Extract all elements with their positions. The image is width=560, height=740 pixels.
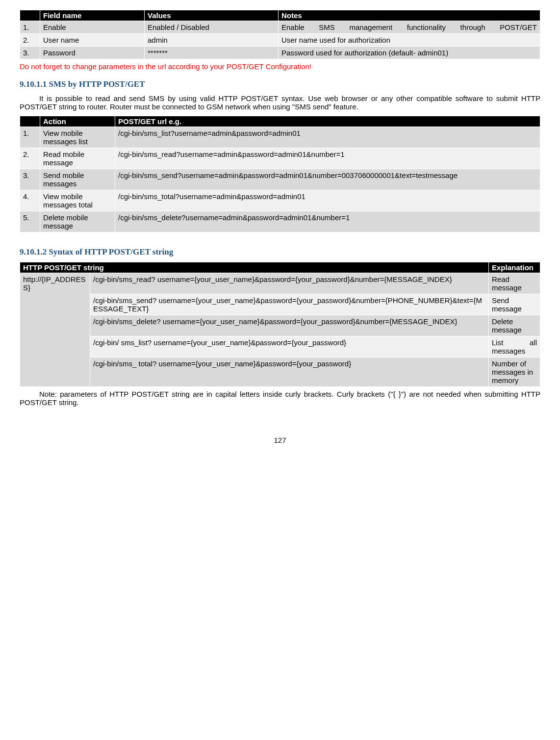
page-number: 127 [20,436,540,444]
warning-text: Do not forget to change parameters in th… [20,62,540,71]
section-heading: 9.10.1.2 Syntax of HTTP POST/GET string [20,247,540,257]
table-row: /cgi-bin/sms_ total? username={your_user… [20,357,540,387]
section-number: 9.10.1.2 [20,247,47,256]
table-row: /cgi-bin/sms_delete? username={your_user… [20,315,540,336]
row-num: 2. [20,148,40,169]
row-num: 5. [20,211,40,232]
field-name: User name [40,34,145,47]
row-num: 2. [20,34,40,47]
row-num: 3. [20,169,40,190]
syntax-table: HTTP POST/GET string Explanation http://… [20,262,540,387]
row-num: 3. [20,47,40,59]
table-row: 1. Enable Enabled / Disabled Enable SMS … [20,21,540,34]
row-num: 4. [20,190,40,211]
row-num: 1. [20,21,40,34]
section-number: 9.10.1.1 [20,79,47,89]
table-row: 3. Send mobile messages /cgi-bin/sms_sen… [20,169,540,190]
col-header-field: Field name [40,10,145,21]
string-cell: /cgi-bin/sms_read? username={your_user_n… [90,273,489,294]
field-notes: User name used for authorization [279,34,540,47]
section-title: SMS by HTTP POST/GET [49,79,145,89]
section-paragraph: It is possible to read and send SMS by u… [20,94,540,111]
string-cell: /cgi-bin/sms_send? username={your_user_n… [90,294,489,315]
field-values: ******* [145,47,279,59]
action-cell: Read mobile message [40,148,115,169]
row-num: 1. [20,127,40,148]
action-cell: Delete mobile message [40,211,115,232]
action-cell: View mobile messages total [40,190,115,211]
table-row: 5. Delete mobile message /cgi-bin/sms_de… [20,211,540,232]
host-cell: http://{IP_ADDRESS} [20,273,90,387]
table-row: 2. User name admin User name used for au… [20,34,540,47]
table-row: 2. Read mobile message /cgi-bin/sms_read… [20,148,540,169]
action-url-table: Action POST/GET url e.g. 1. View mobile … [20,116,540,232]
explanation-cell: Delete message [489,315,540,336]
url-cell: /cgi-bin/sms_send?username=admin&passwor… [115,169,540,190]
table-row: /cgi-bin/sms_send? username={your_user_n… [20,294,540,315]
string-cell: /cgi-bin/sms_delete? username={your_user… [90,315,489,336]
explanation-cell: Send message [489,294,540,315]
field-values-table: Field name Values Notes 1. Enable Enable… [20,10,540,59]
string-cell: /cgi-bin/ sms_list? username={your_user_… [90,336,489,357]
field-notes: Enable SMS management functionality thro… [279,21,540,34]
action-cell: View mobile messages list [40,127,115,148]
col-header-string: HTTP POST/GET string [20,262,489,273]
field-values: admin [145,34,279,47]
table-row: 3. Password ******* Password used for au… [20,47,540,59]
field-notes: Password used for authorization (default… [279,47,540,59]
table-row: 1. View mobile messages list /cgi-bin/sm… [20,127,540,148]
field-name: Password [40,47,145,59]
url-cell: /cgi-bin/sms_total?username=admin&passwo… [115,190,540,211]
field-values: Enabled / Disabled [145,21,279,34]
field-name: Enable [40,21,145,34]
col-header-blank [20,10,40,21]
explanation-cell: List all messages [489,336,540,357]
url-cell: /cgi-bin/sms_read?username=admin&passwor… [115,148,540,169]
col-header-url: POST/GET url e.g. [115,116,540,127]
section-heading: 9.10.1.1 SMS by HTTP POST/GET [20,79,540,89]
table-row: /cgi-bin/ sms_list? username={your_user_… [20,336,540,357]
url-cell: /cgi-bin/sms_list?username=admin&passwor… [115,127,540,148]
col-header-values: Values [145,10,279,21]
action-cell: Send mobile messages [40,169,115,190]
explanation-cell: Number of messages in memory [489,357,540,387]
col-header-explanation: Explanation [489,262,540,273]
url-cell: /cgi-bin/sms_delete?username=admin&passw… [115,211,540,232]
table-row: http://{IP_ADDRESS} /cgi-bin/sms_read? u… [20,273,540,294]
explanation-cell: Read message [489,273,540,294]
table-row: 4. View mobile messages total /cgi-bin/s… [20,190,540,211]
col-header-action: Action [40,116,115,127]
col-header-notes: Notes [279,10,540,21]
section-title: Syntax of HTTP POST/GET string [49,247,174,256]
string-cell: /cgi-bin/sms_ total? username={your_user… [90,357,489,387]
col-header-blank [20,116,40,127]
note-text: Note: parameters of HTTP POST/GET string… [20,390,540,407]
